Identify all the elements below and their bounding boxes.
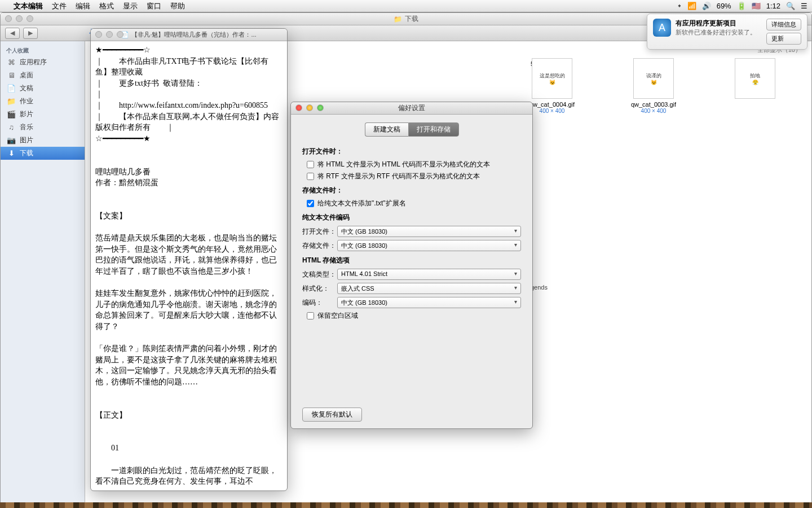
sidebar-item-label: 应用程序 — [20, 58, 47, 67]
menu-file[interactable]: 文件 — [52, 1, 67, 11]
save-encoding-select[interactable]: 中文 (GB 18030) — [337, 240, 521, 251]
prefs-tabs: 新建文稿 打开和存储 — [302, 122, 521, 137]
update-button[interactable]: 更新 — [766, 33, 801, 45]
input-flag-icon[interactable]: 🇺🇸 — [752, 2, 761, 10]
checkbox-label: 保留空白区域 — [317, 311, 358, 321]
html-as-code-checkbox[interactable] — [307, 161, 314, 168]
preserve-whitespace-checkbox[interactable] — [307, 312, 314, 319]
documents-icon: 📄 — [6, 84, 16, 93]
sidebar-item-documents[interactable]: 📄文稿 — [1, 82, 85, 95]
menu-format[interactable]: 格式 — [99, 1, 114, 11]
pictures-icon: 📷 — [6, 136, 16, 145]
preferences-window: 偏好设置 新建文稿 打开和存储 打开文件时： 将 HTML 文件显示为 HTML… — [290, 102, 533, 429]
tab-open-save[interactable]: 打开和存储 — [408, 122, 459, 137]
minimize-button[interactable] — [16, 15, 23, 22]
notif-subtitle: 新软件已准备好进行安装了。 — [676, 28, 762, 37]
file-name: qw_cat_0004.gif — [529, 101, 575, 108]
app-menu[interactable]: 文本编辑 — [14, 1, 43, 11]
doc-type-select[interactable]: HTML 4.01 Strict — [337, 269, 521, 280]
textedit-title-text: 【非凡·魅】哩咕哩咕几多番（完结）作者：... — [131, 30, 256, 39]
zoom-button[interactable] — [317, 104, 324, 111]
movies-icon: 🎬 — [6, 110, 16, 119]
bluetooth-icon[interactable]: ᛭ — [677, 2, 682, 10]
forward-button[interactable]: ▶ — [23, 28, 38, 39]
menu-help[interactable]: 帮助 — [170, 1, 185, 11]
sidebar-item-label: 下载 — [20, 148, 33, 158]
file-dimensions: 400 × 400 — [540, 108, 565, 114]
textedit-titlebar: 📄【非凡·魅】哩咕哩咕几多番（完结）作者：... — [91, 29, 287, 41]
rtf-as-code-checkbox[interactable] — [307, 173, 314, 180]
sidebar-item-apps[interactable]: ⌘应用程序 — [1, 56, 85, 69]
spotlight-icon[interactable]: 🔍 — [786, 2, 795, 10]
menu-window[interactable]: 窗口 — [147, 1, 161, 11]
checkbox-label: 将 RTF 文件显示为 RTF 代码而不显示为格式化的文本 — [317, 172, 480, 181]
sidebar-favorites-header: 个人收藏 — [1, 46, 85, 56]
downloads-icon: ⬇ — [6, 149, 16, 158]
details-button[interactable]: 详细信息 — [766, 19, 801, 30]
encoding-section: 纯文本文件编码 — [302, 213, 521, 222]
file-dimensions: 400 × 400 — [641, 108, 667, 114]
add-txt-ext-checkbox[interactable] — [307, 200, 314, 207]
file-thumbnail: 拍地😤 — [735, 58, 775, 99]
folder-icon: 📁 — [6, 97, 16, 106]
close-button[interactable] — [95, 31, 102, 38]
back-button[interactable]: ◀ — [5, 28, 20, 39]
file-thumbnail: 这是想吃的😼 — [532, 58, 572, 99]
textedit-window: 📄【非凡·魅】哩咕哩咕几多番（完结）作者：... ★━━━━━━━━━☆ ｜ 本… — [90, 28, 288, 491]
notif-title: 有应用程序更新项目 — [676, 19, 762, 28]
file-thumbnail: 说谨的😾 — [633, 58, 674, 99]
file-item[interactable]: 拍地😤 — [721, 58, 789, 114]
open-encoding-select[interactable]: 中文 (GB 18030) — [337, 226, 521, 237]
checkbox-label: 将 HTML 文件显示为 HTML 代码而不显示为格式化的文本 — [317, 160, 490, 169]
finder-title-text: 下载 — [405, 14, 418, 24]
textedit-body[interactable]: ★━━━━━━━━━☆ ｜ 本作品由非凡TXT电子书下载论坛【比邻有鱼】整理收藏… — [91, 41, 287, 491]
volume-icon[interactable]: 🔊 — [702, 2, 711, 10]
zoom-button[interactable] — [27, 15, 33, 22]
minimize-button[interactable] — [306, 104, 313, 111]
finder-sidebar: 个人收藏 ⌘应用程序 🖥桌面 📄文稿 📁作业 🎬影片 ♫音乐 📷图片 ⬇下载 — [1, 41, 85, 507]
prefs-title: 偏好设置 — [398, 103, 425, 113]
close-button[interactable] — [5, 15, 12, 22]
clock[interactable]: 1:12 — [766, 2, 780, 10]
music-icon: ♫ — [6, 123, 16, 132]
tab-new-document[interactable]: 新建文稿 — [365, 122, 408, 137]
open-encoding-label: 打开文件： — [302, 227, 337, 237]
appstore-icon: A — [653, 19, 671, 37]
sidebar-item-pictures[interactable]: 📷图片 — [1, 134, 85, 147]
sidebar-item-music[interactable]: ♫音乐 — [1, 121, 85, 134]
battery-percent[interactable]: 69% — [717, 2, 731, 10]
sidebar-item-label: 影片 — [20, 110, 33, 119]
update-notification: A 有应用程序更新项目 新软件已准备好进行安装了。 详细信息 更新 — [647, 14, 807, 50]
styling-select[interactable]: 嵌入式 CSS — [337, 283, 521, 294]
html-encoding-select[interactable]: 中文 (GB 18030) — [337, 297, 521, 308]
battery-icon[interactable]: 🔋 — [737, 2, 746, 10]
sidebar-item-desktop[interactable]: 🖥桌面 — [1, 69, 85, 82]
folder-icon: 📁 — [394, 15, 402, 23]
desktop-background — [0, 502, 812, 508]
save-encoding-label: 存储文件： — [302, 241, 337, 251]
zoom-button[interactable] — [117, 31, 123, 38]
open-files-section: 打开文件时： — [302, 147, 521, 156]
sidebar-item-homework[interactable]: 📁作业 — [1, 95, 85, 108]
sidebar-item-label: 图片 — [20, 135, 33, 145]
file-item[interactable]: 说谨的😾 qw_cat_0003.gif 400 × 400 — [620, 58, 687, 114]
sidebar-item-downloads[interactable]: ⬇下载 — [1, 147, 85, 160]
html-encoding-label: 编码： — [302, 298, 337, 308]
doc-type-label: 文稿类型： — [302, 270, 337, 279]
save-files-section: 存储文件时： — [302, 186, 521, 195]
html-save-section: HTML 存储选项 — [302, 256, 521, 265]
checkbox-label: 给纯文本文件添加".txt"扩展名 — [317, 199, 406, 208]
notification-center-icon[interactable]: ☰ — [801, 2, 807, 10]
styling-label: 样式化： — [302, 284, 337, 294]
menu-edit[interactable]: 编辑 — [76, 1, 90, 11]
menu-view[interactable]: 显示 — [123, 1, 138, 11]
wifi-icon[interactable]: 📶 — [687, 2, 696, 10]
minimize-button[interactable] — [106, 31, 113, 38]
menubar: 文本编辑 文件 编辑 格式 显示 窗口 帮助 ᛭ 📶 🔊 69% 🔋 🇺🇸 1:… — [0, 0, 812, 12]
restore-defaults-button[interactable]: 恢复所有默认 — [302, 408, 362, 422]
sidebar-item-movies[interactable]: 🎬影片 — [1, 108, 85, 121]
sidebar-item-label: 音乐 — [20, 122, 33, 132]
close-button[interactable] — [295, 104, 302, 111]
sidebar-item-label: 文稿 — [20, 84, 33, 93]
prefs-titlebar: 偏好设置 — [291, 102, 532, 115]
